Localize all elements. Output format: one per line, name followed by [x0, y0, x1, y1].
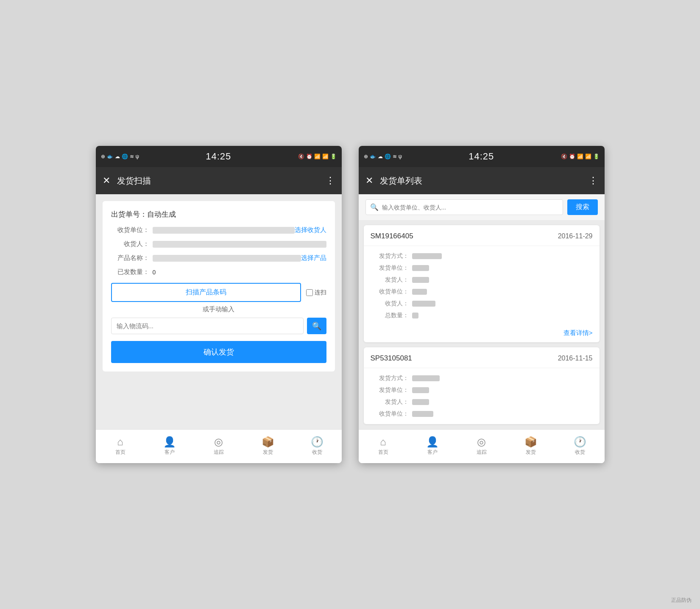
shipper-label-2: 发货人： [371, 398, 409, 406]
total-qty-value-1 [412, 313, 418, 318]
right-nav-track[interactable]: ◎ 追踪 [457, 437, 506, 456]
receiver-row-1: 收货人： [371, 298, 593, 310]
right-nav-receive-label: 收货 [575, 449, 585, 456]
detail-link-1[interactable]: 查看详情> [563, 329, 593, 336]
logistics-input[interactable] [111, 318, 304, 334]
scan-barcode-button[interactable]: 扫描产品条码 [111, 283, 301, 302]
receiver-label: 收货人： [111, 240, 149, 248]
left-app-bar: ✕ 发货扫描 ⋮ [96, 167, 342, 194]
receiver-label-1: 收货人： [371, 300, 409, 307]
search-bar: 🔍 搜索 [359, 194, 605, 220]
continuous-scan-checkbox[interactable] [306, 289, 313, 296]
list-card-header-1: SM19166405 2016-11-29 [364, 225, 600, 246]
select-receiver-link[interactable]: 选择收货人 [295, 226, 326, 234]
list-item-2: SP53105081 2016-11-15 发货方式： 发货单位： [364, 347, 600, 424]
home-icon-r: ⌂ [380, 437, 386, 447]
customer-icon-r: 👤 [426, 437, 439, 447]
right-nav-receive[interactable]: 🕐 收货 [555, 437, 605, 456]
recv-unit-row-2: 收货单位： [371, 408, 593, 420]
right-nav-ship[interactable]: 📦 发货 [506, 437, 555, 456]
left-menu-button[interactable]: ⋮ [326, 175, 335, 186]
product-name-row: 产品名称： 选择产品 [111, 254, 326, 262]
right-app-title: 发货单列表 [380, 175, 582, 187]
right-close-button[interactable]: ✕ [365, 176, 373, 185]
shipment-card: 出货单号：自动生成 收货单位： 选择收货人 收货人： 产品名称： 选择产品 [103, 201, 335, 372]
ship-method-label-2: 发货方式： [371, 374, 409, 382]
recv-unit-value-2 [412, 411, 433, 417]
ship-unit-label-2: 发货单位： [371, 386, 409, 394]
home-icon: ⌂ [117, 437, 123, 447]
left-nav-track-label: 追踪 [214, 449, 224, 456]
right-status-icons-left: ⊕ 🐟 ☁ 🌐 ≋ ψ [364, 154, 402, 159]
recv-unit-label-1: 收货单位： [371, 288, 409, 296]
left-app-title: 发货扫描 [117, 175, 319, 187]
list-card-body-1: 发货方式： 发货单位： 发货人： 收货单位： [364, 246, 600, 326]
ship-unit-value-1 [412, 265, 429, 271]
left-time: 14:25 [206, 151, 231, 162]
recv-unit-row-1: 收货单位： [371, 286, 593, 298]
left-nav-customer-label: 客户 [165, 449, 175, 456]
left-nav-ship-label: 发货 [263, 449, 273, 456]
search-button[interactable]: 搜索 [567, 199, 598, 215]
left-nav-receive[interactable]: 🕐 收货 [293, 437, 342, 456]
ship-unit-row-1: 发货单位： [371, 262, 593, 274]
shipped-qty-label: 已发数量： [111, 268, 149, 276]
shipper-row-1: 发货人： [371, 274, 593, 286]
ship-method-row-1: 发货方式： [371, 250, 593, 262]
left-status-bar: ⊕ 🐟 ☁ 🌐 ≋ ψ 14:25 🔇 ⏰ 📶 📶 🔋 [96, 146, 342, 167]
left-nav-track[interactable]: ◎ 追踪 [194, 437, 243, 456]
list-content-inner: SM19166405 2016-11-29 发货方式： 发货单位： [359, 220, 605, 424]
ship-unit-value-2 [412, 387, 429, 393]
shipper-value-2 [412, 399, 429, 405]
card-title: 出货单号：自动生成 [111, 210, 326, 219]
right-nav-customer-label: 客户 [427, 449, 438, 456]
shipper-value-1 [412, 277, 429, 283]
left-status-icons-left: ⊕ 🐟 ☁ 🌐 ≋ ψ [101, 154, 139, 159]
order-id-1: SM19166405 [371, 232, 413, 240]
list-content: SM19166405 2016-11-29 发货方式： 发货单位： [359, 220, 605, 429]
search-input-wrap: 🔍 [365, 199, 563, 215]
right-menu-button[interactable]: ⋮ [588, 175, 598, 186]
receive-icon: 🕐 [311, 437, 324, 447]
left-close-button[interactable]: ✕ [103, 176, 110, 185]
right-nav-ship-label: 发货 [526, 449, 536, 456]
left-nav-receive-label: 收货 [312, 449, 322, 456]
left-nav-home[interactable]: ⌂ 首页 [96, 437, 145, 456]
list-card-body-2: 发货方式： 发货单位： 发货人： 收货单位： [364, 368, 600, 424]
order-date-1: 2016-11-29 [558, 232, 593, 240]
shipper-label-1: 发货人： [371, 276, 409, 284]
left-content: 出货单号：自动生成 收货单位： 选择收货人 收货人： 产品名称： 选择产品 [96, 194, 342, 429]
total-qty-row-1: 总数量： [371, 310, 593, 321]
ship-method-value-1 [412, 253, 442, 259]
left-nav-customer[interactable]: 👤 客户 [145, 437, 194, 456]
right-nav-track-label: 追踪 [477, 449, 487, 456]
left-nav-home-label: 首页 [115, 449, 125, 456]
ship-icon-r: 📦 [524, 437, 537, 447]
logistics-search-button[interactable]: 🔍 [307, 318, 326, 334]
right-nav-home-label: 首页 [378, 449, 388, 456]
search-input[interactable] [382, 204, 558, 211]
ship-method-row-2: 发货方式： [371, 372, 593, 384]
ship-method-label-1: 发货方式： [371, 252, 409, 260]
list-item-1: SM19166405 2016-11-29 发货方式： 发货单位： [364, 225, 600, 342]
right-status-bar: ⊕ 🐟 ☁ 🌐 ≋ ψ 14:25 🔇 ⏰ 📶 📶 🔋 [359, 146, 605, 167]
confirm-shipment-button[interactable]: 确认发货 [111, 341, 326, 363]
receiver-row: 收货人： [111, 240, 326, 248]
receiver-value [153, 241, 326, 248]
scan-section: 扫描产品条码 连扫 [111, 283, 326, 302]
left-status-icons-right: 🔇 ⏰ 📶 📶 🔋 [298, 154, 337, 159]
receiver-value-1 [412, 301, 435, 307]
search-icon: 🔍 [312, 321, 321, 331]
search-icon: 🔍 [370, 203, 379, 211]
receiver-unit-row: 收货单位： 选择收货人 [111, 226, 326, 234]
right-nav-home[interactable]: ⌂ 首页 [359, 437, 408, 456]
left-nav-ship[interactable]: 📦 发货 [243, 437, 293, 456]
or-text: 或手动输入 [111, 305, 326, 313]
right-nav-customer[interactable]: 👤 客户 [408, 437, 457, 456]
ship-unit-label-1: 发货单位： [371, 264, 409, 272]
select-product-link[interactable]: 选择产品 [301, 254, 326, 262]
order-date-2: 2016-11-15 [558, 355, 593, 362]
receiver-unit-label: 收货单位： [111, 226, 149, 234]
product-name-label: 产品名称： [111, 254, 149, 262]
recv-unit-label-2: 收货单位： [371, 410, 409, 418]
